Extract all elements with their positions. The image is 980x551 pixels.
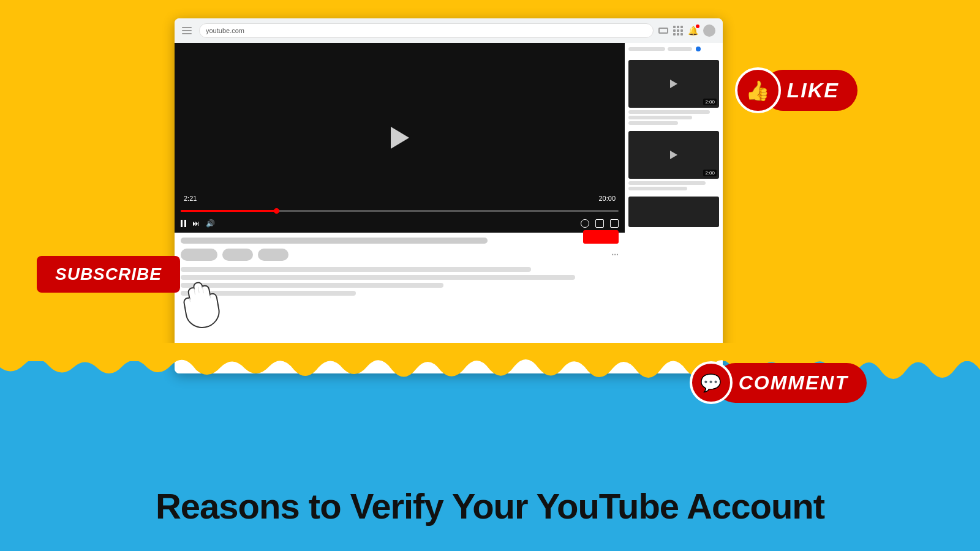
sidebar-dot: [696, 47, 701, 51]
address-text: youtube.com: [206, 27, 244, 34]
camera-icon[interactable]: [658, 28, 668, 34]
like-button[interactable]: 👍 LIKE: [735, 67, 858, 113]
play-button[interactable]: [391, 127, 409, 149]
grid-icon[interactable]: [673, 26, 683, 36]
meta-pill-2: [222, 249, 253, 261]
meta-pill-1: [181, 249, 217, 261]
subscribe-button[interactable]: SUBSCRIBE: [37, 256, 180, 293]
user-avatar[interactable]: [703, 24, 715, 37]
sidebar-meta-line-1c: [628, 121, 678, 125]
menu-icon[interactable]: [182, 27, 192, 34]
fullscreen-button[interactable]: [610, 219, 619, 228]
sidebar-thumb-2: 2:00: [628, 131, 719, 179]
volume-button[interactable]: 🔊: [206, 219, 215, 228]
video-controls: ⏭ 🔊: [181, 219, 619, 228]
comment-button[interactable]: 💬 COMMENT: [690, 361, 867, 404]
video-meta-row: ···: [181, 249, 619, 261]
notification-dot: [696, 24, 699, 28]
pause-button[interactable]: [181, 220, 186, 227]
subscribe-label: SUBSCRIBE: [55, 264, 162, 283]
sidebar-meta-1: [628, 110, 719, 125]
progress-bar[interactable]: [181, 210, 619, 212]
meta-pill-3: [258, 249, 288, 261]
sidebar-duration-1: 2:00: [703, 99, 717, 105]
settings-button[interactable]: [581, 219, 589, 228]
address-bar[interactable]: youtube.com: [199, 23, 654, 38]
desc-line-3: [181, 283, 443, 288]
sidebar-thumb-3: [628, 197, 719, 227]
miniplayer-button[interactable]: [595, 219, 604, 228]
sidebar-play-2: [670, 151, 677, 159]
next-button[interactable]: ⏭: [192, 219, 200, 228]
sidebar-bar-2: [668, 47, 692, 51]
timestamp-total: 20:00: [598, 195, 616, 202]
video-player[interactable]: 2:21 20:00 ⏭ 🔊: [175, 43, 625, 233]
video-main-area: 2:21 20:00 ⏭ 🔊: [175, 43, 625, 373]
sidebar-video-item-3[interactable]: [628, 197, 719, 227]
sidebar-meta-2: [628, 181, 719, 190]
progress-dot: [274, 208, 279, 214]
progress-fill: [181, 210, 277, 212]
sidebar-meta-line-2a: [628, 181, 706, 185]
video-sidebar: 2:00 2:00: [625, 43, 723, 373]
comment-circle: 💬: [690, 361, 733, 404]
timestamp-current: 2:21: [184, 195, 197, 202]
sidebar-video-item-1[interactable]: 2:00: [628, 60, 719, 125]
sidebar-duration-2: 2:00: [703, 170, 717, 176]
bell-icon[interactable]: 🔔: [688, 26, 698, 36]
browser-window: youtube.com 🔔 2:21 20:00: [175, 18, 723, 373]
like-circle: 👍: [735, 67, 781, 113]
comment-label: COMMENT: [715, 363, 867, 403]
sidebar-meta-line-2b: [628, 187, 687, 190]
inline-subscribe-button[interactable]: [583, 230, 619, 244]
browser-content: 2:21 20:00 ⏭ 🔊: [175, 43, 723, 373]
sidebar-bar-1: [628, 47, 665, 51]
sidebar-video-item-2[interactable]: 2:00: [628, 131, 719, 190]
video-info-area: ···: [175, 233, 625, 301]
sidebar-play-1: [670, 80, 677, 88]
sidebar-meta-line-1b: [628, 116, 692, 119]
browser-toolbar: youtube.com 🔔: [175, 18, 723, 43]
desc-line-2: [181, 275, 575, 280]
page-title: Reasons to Verify Your YouTube Account: [0, 485, 980, 527]
desc-line-1: [181, 267, 531, 272]
video-title-bar: [181, 238, 488, 244]
sidebar-header: [628, 47, 719, 54]
video-description: [181, 267, 619, 296]
sidebar-thumb-1: 2:00: [628, 60, 719, 108]
toolbar-icons: 🔔: [658, 24, 715, 37]
sidebar-meta-line-1a: [628, 110, 710, 114]
